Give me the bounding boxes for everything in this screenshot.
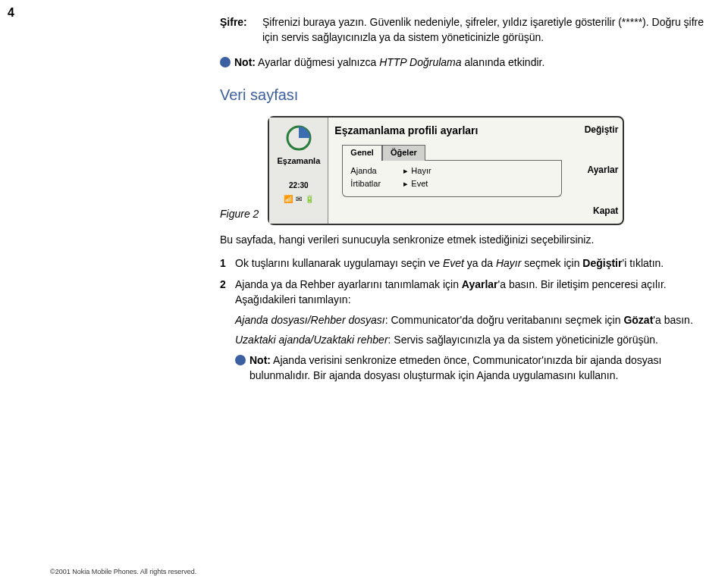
final-note-label: Not: (249, 354, 271, 366)
battery-icon: 🔋 (305, 194, 314, 205)
list-item: 1 Ok tuşlarını kullanarak uygulamayı seç… (220, 256, 705, 271)
final-note: Not: Ajanda verisini senkronize etmeden … (235, 353, 705, 383)
softkey-top[interactable]: Değiştir (573, 124, 618, 136)
li2-bold: Ayarlar (462, 278, 498, 290)
softkey-bottom[interactable]: Kapat (573, 205, 618, 218)
figure-caption: Figure 2 (220, 207, 259, 225)
arrow-icon: ▸ (403, 178, 408, 190)
ui-main-panel: Eşzamanlama profili ayarları Genel Öğele… (328, 118, 568, 224)
section-header: Veri sayfası (220, 84, 705, 105)
tab-genel[interactable]: Genel (342, 145, 382, 160)
note-row: Not: Ayarlar düğmesi yalnızca HTTP Doğru… (220, 55, 705, 71)
setting-value-0: Hayır (411, 165, 431, 177)
arrow-icon: ▸ (403, 165, 408, 177)
final-note-text: Not: Ajanda verisini senkronize etmeden … (249, 353, 705, 383)
list-number-1: 1 (220, 256, 235, 271)
sifre-row: Şifre: Şifrenizi buraya yazın. Güvenlik … (220, 15, 705, 45)
final-note-body: Ajanda verisini senkronize etmeden önce,… (249, 354, 662, 381)
sifre-text: Şifrenizi buraya yazın. Güvenlik nedeniy… (262, 15, 705, 45)
tab-ogeler[interactable]: Öğeler (382, 145, 425, 160)
note-label: Not: (234, 56, 256, 68)
note-dot-icon (220, 57, 231, 67)
sub-item: Uzaktaki ajanda/Uzaktaki rehber: Servis … (235, 333, 705, 348)
sifre-label: Şifre: (220, 15, 262, 45)
setting-label-0: Ajanda (350, 165, 400, 177)
ui-right-panel: Değiştir Ayarlar Kapat (568, 118, 623, 224)
list-text-2: Ajanda ya da Rehber ayarlarını tanımlama… (235, 277, 705, 307)
sub1-em: Ajanda dosyası/Rehber dosyası (235, 314, 385, 326)
li1-bold: Değiştir (582, 257, 622, 269)
sub2-text: : Servis sağlayıcınızla ya da sistem yön… (388, 334, 658, 346)
softkey-mid[interactable]: Ayarlar (573, 164, 618, 177)
li1-em2: Hayır (496, 257, 521, 269)
envelope-icon: ✉ (296, 194, 302, 205)
phone-ui: Eşzamanla 22:30 📶 ✉ 🔋 Eşzamanlama profil… (268, 116, 624, 225)
note-dot-icon (235, 355, 246, 365)
li1-mid2: seçmek için (521, 257, 582, 269)
page-number: 4 (8, 6, 14, 20)
signal-icon: 📶 (284, 194, 293, 205)
list-text-1: Ok tuşlarını kullanarak uygulamayı seçin… (235, 256, 705, 271)
sub1-bold: Gözat (623, 314, 653, 326)
sub1-text: : Communicator'da doğru veritabanını seç… (385, 314, 624, 326)
li1-mid: ya da (464, 257, 496, 269)
li1-em1: Evet (443, 257, 464, 269)
ui-left-panel: Eşzamanla 22:30 📶 ✉ 🔋 (269, 118, 328, 224)
sync-icon (286, 125, 312, 151)
tab-content: Ajanda ▸ Hayır İrtibatlar ▸ Evet (342, 161, 562, 197)
setting-label-1: İrtibatlar (350, 178, 400, 190)
sync-label: Eşzamanla (277, 155, 320, 167)
list-number-2: 2 (220, 277, 235, 307)
content-area: Şifre: Şifrenizi buraya yazın. Güvenlik … (220, 15, 705, 384)
sub2-em: Uzaktaki ajanda/Uzaktaki rehber (235, 334, 388, 346)
setting-row: Ajanda ▸ Hayır (350, 165, 554, 177)
ui-title: Eşzamanlama profili ayarları (334, 124, 562, 139)
note-text-part1: Ayarlar düğmesi yalnızca (256, 56, 379, 68)
sub-item: Ajanda dosyası/Rehber dosyası: Communica… (235, 313, 705, 328)
li1-pre: Ok tuşlarını kullanarak uygulamayı seçin… (235, 257, 443, 269)
copyright-footer: ©2001 Nokia Mobile Phones. All rights re… (50, 568, 196, 575)
tab-bar: Genel Öğeler (342, 144, 562, 160)
figure-container: Figure 2 Eşzamanla 22:30 📶 ✉ 🔋 Eşz (220, 116, 705, 225)
note-text-suffix: alanında etkindir. (462, 56, 545, 68)
body-intro: Bu sayfada, hangi verileri sunucuyla sen… (220, 233, 705, 248)
setting-value-1: Evet (411, 178, 428, 190)
li2-pre: Ajanda ya da Rehber ayarlarını tanımlama… (235, 278, 462, 290)
list-item: 2 Ajanda ya da Rehber ayarlarını tanımla… (220, 277, 705, 307)
sub1-suffix: 'a basın. (653, 314, 693, 326)
status-icons: 📶 ✉ 🔋 (284, 194, 314, 205)
time-label: 22:30 (289, 180, 309, 191)
note-text: Not: Ayarlar düğmesi yalnızca HTTP Doğru… (234, 55, 705, 71)
setting-row: İrtibatlar ▸ Evet (350, 178, 554, 190)
li1-suffix: 'i tıklatın. (622, 257, 664, 269)
note-italic: HTTP Doğrulama (379, 56, 461, 68)
